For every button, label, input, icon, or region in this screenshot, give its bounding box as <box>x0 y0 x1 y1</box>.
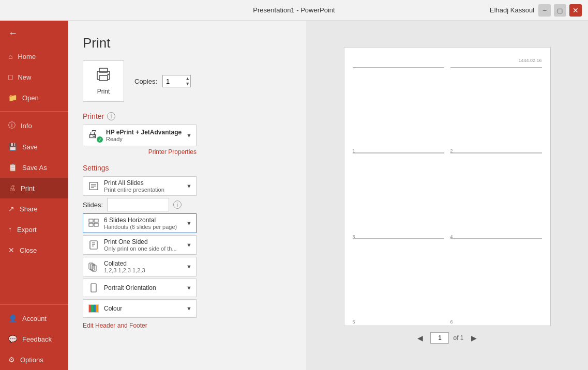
title-bar-right: Elhadj Kassoul − ◻ ✕ <box>490 4 582 17</box>
maximize-icon[interactable]: ◻ <box>554 4 566 17</box>
printer-select-dropdown[interactable]: 🖨 ✓ HP ePrint + JetAdvantage Ready ▼ <box>83 125 197 146</box>
copies-down[interactable]: ▼ <box>185 81 190 86</box>
sidebar-item-options[interactable]: ⚙ Options <box>0 349 68 370</box>
close-window-icon[interactable]: ✕ <box>569 4 582 17</box>
preview-paper: 1444.02.16 1 2 3 <box>344 47 551 326</box>
new-icon: □ <box>8 73 12 81</box>
svg-rect-1 <box>99 68 108 72</box>
copies-input-wrap: 1 ▲ ▼ <box>162 75 191 87</box>
preview-nav: ◀ of 1 ▶ <box>414 332 479 344</box>
slide-thumb-6 <box>450 238 542 239</box>
color-text: Colour <box>104 305 182 312</box>
collate-icon <box>87 260 100 273</box>
copies-label: Copies: <box>134 78 157 85</box>
print-button-container: Print Copies: 1 ▲ ▼ <box>83 60 292 102</box>
page-number-input[interactable] <box>430 332 449 344</box>
sidebar-item-feedback[interactable]: 💬 Feedback <box>0 329 68 349</box>
sidebar: ← ⌂ Home □ New 📁 Open ⓘ Info 💾 Save 📋 Sa… <box>0 21 68 370</box>
sidebar-item-share[interactable]: ↗ Share <box>0 198 68 219</box>
print-button[interactable]: Print <box>83 60 124 102</box>
sidebar-label-new: New <box>18 73 31 81</box>
layout-arrow: ▼ <box>186 220 192 226</box>
svg-rect-10 <box>89 223 93 226</box>
print-range-dropdown[interactable]: Print All Slides Print entire presentati… <box>83 176 197 196</box>
slide-thumb-2 <box>450 67 542 68</box>
print-range-line1: Print All Slides <box>104 179 182 187</box>
slides-icon <box>87 180 100 192</box>
sidebar-item-account[interactable]: 👤 Account <box>0 308 68 329</box>
sides-text: Print One Sided Only print on one side o… <box>104 238 182 252</box>
minimize-icon[interactable]: − <box>538 4 551 17</box>
next-page-button[interactable]: ▶ <box>468 333 480 343</box>
orientation-line1: Portrait Orientation <box>104 284 182 291</box>
slides-input[interactable] <box>107 198 169 211</box>
print-range-text: Print All Slides Print entire presentati… <box>104 179 182 193</box>
edit-header-footer-link[interactable]: Edit Header and Footer <box>83 322 292 329</box>
printer-info: HP ePrint + JetAdvantage Ready <box>106 129 182 142</box>
layout-text: 6 Slides Horizontal Handouts (6 slides p… <box>104 217 182 230</box>
print-button-label: Print <box>97 88 110 95</box>
copies-up[interactable]: ▲ <box>185 76 190 81</box>
sidebar-item-saveas[interactable]: 📋 Save As <box>0 157 68 178</box>
share-icon: ↗ <box>8 205 14 213</box>
color-dropdown[interactable]: Colour ▼ <box>83 299 197 318</box>
printer-section-header: Printer i <box>83 112 292 120</box>
options-icon: ⚙ <box>8 356 15 364</box>
sidebar-item-save[interactable]: 💾 Save <box>0 136 68 157</box>
collate-text: Collated 1,2,3 1,2,3 1,2,3 <box>104 260 182 273</box>
page-of-label: of 1 <box>453 334 463 342</box>
slides-info-icon[interactable]: i <box>173 201 182 209</box>
svg-rect-2 <box>99 75 108 81</box>
slide-2-container: 2 <box>450 67 542 146</box>
sidebar-item-print[interactable]: 🖨 Print <box>0 178 68 198</box>
sidebar-label-saveas: Save As <box>22 164 47 172</box>
printer-icon-area: 🖨 ✓ <box>87 128 102 143</box>
printer-properties-link[interactable]: Printer Properties <box>83 148 197 156</box>
main-content: Print Print <box>68 21 588 370</box>
sidebar-item-info[interactable]: ⓘ Info <box>0 115 68 136</box>
sides-arrow: ▼ <box>186 242 192 248</box>
sidebar-label-export: Export <box>17 226 37 234</box>
sidebar-item-new[interactable]: □ New <box>0 67 68 87</box>
preview-header-text: 1444.02.16 <box>353 58 542 63</box>
sidebar-label-save: Save <box>22 143 38 151</box>
settings-section: Settings Print <box>83 164 292 329</box>
slides-label: Slides: <box>83 201 103 209</box>
color-icon <box>87 302 100 315</box>
prev-page-button[interactable]: ◀ <box>414 333 426 343</box>
slide-thumb-4 <box>450 152 542 153</box>
saveas-icon: 📋 <box>8 163 17 172</box>
title-bar-icons: − ◻ ✕ <box>538 4 582 17</box>
collate-dropdown[interactable]: Collated 1,2,3 1,2,3 1,2,3 ▼ <box>83 257 197 276</box>
sidebar-item-close[interactable]: ✕ Close <box>0 240 68 260</box>
collate-arrow: ▼ <box>186 264 192 270</box>
printer-info-icon[interactable]: i <box>107 112 115 120</box>
save-icon: 💾 <box>8 143 17 151</box>
back-button[interactable]: ← <box>0 21 68 46</box>
slide-thumb-3 <box>353 152 444 153</box>
svg-rect-11 <box>94 223 98 226</box>
sidebar-label-close: Close <box>20 246 37 254</box>
home-icon: ⌂ <box>8 52 12 60</box>
sidebar-label-feedback: Feedback <box>22 335 52 343</box>
sidebar-item-open[interactable]: 📁 Open <box>0 87 68 108</box>
title-bar-title: Presentation1 - PowerPoint <box>253 6 335 14</box>
slide-num-5: 5 <box>353 319 355 325</box>
feedback-icon: 💬 <box>8 335 17 343</box>
slide-4-container: 4 <box>450 152 542 232</box>
slide-num-6: 6 <box>450 319 453 325</box>
sidebar-label-account: Account <box>22 315 47 322</box>
printer-ready-check: ✓ <box>97 136 103 143</box>
copies-spinners: ▲ ▼ <box>185 76 190 86</box>
printer-dropdown-arrow: ▼ <box>186 132 192 138</box>
svg-rect-12 <box>90 241 97 249</box>
orientation-dropdown[interactable]: Portrait Orientation ▼ <box>83 279 197 297</box>
close-icon: ✕ <box>8 246 14 254</box>
layout-dropdown[interactable]: 6 Slides Horizontal Handouts (6 slides p… <box>83 213 197 233</box>
sidebar-item-home[interactable]: ⌂ Home <box>0 46 68 67</box>
account-icon: 👤 <box>8 314 17 322</box>
sidebar-item-export[interactable]: ↑ Export <box>0 219 68 240</box>
sidebar-label-info: Info <box>21 122 32 130</box>
sides-dropdown[interactable]: Print One Sided Only print on one side o… <box>83 235 197 255</box>
sidebar-label-share: Share <box>20 205 38 213</box>
